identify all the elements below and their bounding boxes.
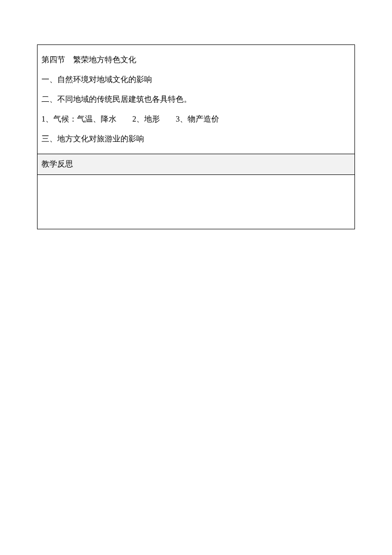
heading-one: 一、自然环境对地域文化的影响: [41, 70, 351, 89]
reflection-body: [38, 174, 355, 229]
table-row: [38, 174, 355, 229]
list-items: 1、气候：气温、降水 2、地形 3、物产造价: [41, 109, 351, 129]
reflection-header: 教学反思: [38, 154, 355, 175]
heading-two: 二、不同地域的传统民居建筑也各具特色。: [41, 89, 351, 109]
document-table: 第四节 繁荣地方特色文化 一、自然环境对地域文化的影响 二、不同地域的传统民居建…: [37, 44, 355, 229]
content-cell: 第四节 繁荣地方特色文化 一、自然环境对地域文化的影响 二、不同地域的传统民居建…: [38, 45, 355, 154]
table-row: 教学反思: [38, 154, 355, 175]
heading-three: 三、地方文化对旅游业的影响: [41, 129, 351, 149]
table-row: 第四节 繁荣地方特色文化 一、自然环境对地域文化的影响 二、不同地域的传统民居建…: [38, 45, 355, 154]
section-title: 第四节 繁荣地方特色文化: [41, 50, 351, 70]
